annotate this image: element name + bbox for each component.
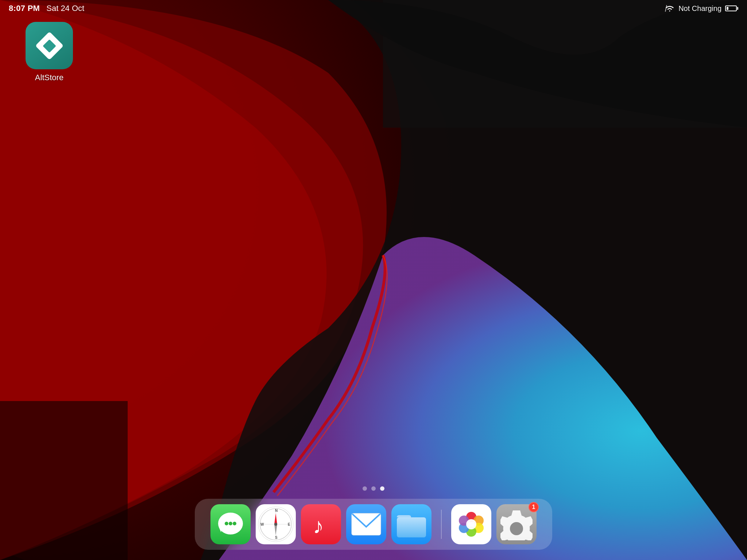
altstore-icon[interactable] — [26, 22, 73, 69]
settings-badge: 1 — [529, 502, 539, 512]
svg-point-6 — [225, 522, 228, 525]
altstore-diamond-inner — [43, 39, 56, 52]
battery-body — [725, 5, 737, 11]
svg-text:N: N — [275, 509, 278, 513]
settings-icon-svg — [500, 508, 533, 540]
dock-messages[interactable] — [210, 504, 251, 544]
status-right: Not Charging — [665, 4, 738, 13]
dock-mail[interactable] — [346, 504, 386, 544]
wifi-icon — [665, 4, 675, 12]
svg-text:♪: ♪ — [313, 514, 324, 538]
svg-text:W: W — [260, 522, 264, 526]
status-bar: 8:07 PM Sat 24 Oct Not Charging — [0, 0, 747, 17]
status-time: 8:07 PM — [9, 4, 40, 13]
photos-icon-svg — [455, 508, 488, 541]
svg-point-8 — [233, 522, 236, 525]
status-date: Sat 24 Oct — [46, 4, 84, 13]
battery-tip — [737, 7, 738, 10]
dock-files[interactable] — [391, 504, 431, 544]
battery-icon — [725, 5, 738, 11]
mail-icon-svg — [351, 513, 381, 536]
svg-rect-3 — [0, 401, 128, 560]
dock-music[interactable]: ♪ — [301, 504, 341, 544]
svg-text:S: S — [275, 536, 278, 540]
svg-point-7 — [229, 522, 232, 525]
svg-rect-23 — [397, 517, 426, 537]
status-left: 8:07 PM Sat 24 Oct — [9, 4, 84, 13]
home-icons: AltStore — [22, 22, 77, 82]
battery-fill — [727, 7, 728, 10]
svg-point-30 — [466, 519, 476, 529]
messages-icon-svg — [216, 510, 245, 539]
svg-point-31 — [510, 522, 523, 535]
dock-divider — [441, 510, 442, 539]
svg-point-15 — [274, 523, 277, 526]
not-charging-label: Not Charging — [678, 4, 721, 13]
dock-safari[interactable]: N S W E — [256, 504, 296, 544]
dock: N S W E ♪ — [195, 499, 552, 550]
files-icon-svg — [395, 511, 428, 538]
page-indicators — [363, 486, 384, 491]
wallpaper — [0, 0, 747, 560]
dock-main-apps: N S W E ♪ — [210, 504, 537, 544]
app-altstore[interactable]: AltStore — [22, 22, 77, 82]
altstore-diamond — [35, 31, 63, 60]
svg-line-4 — [665, 5, 667, 12]
music-icon-svg: ♪ — [307, 511, 335, 538]
altstore-label: AltStore — [35, 73, 63, 82]
page-dot-3[interactable] — [380, 486, 384, 491]
dock-settings[interactable]: 1 — [496, 504, 537, 544]
page-dot-1[interactable] — [363, 486, 367, 491]
svg-text:E: E — [288, 522, 290, 526]
page-dot-2[interactable] — [371, 486, 376, 491]
safari-icon-svg: N S W E — [258, 506, 294, 542]
dock-photos[interactable] — [451, 504, 491, 544]
